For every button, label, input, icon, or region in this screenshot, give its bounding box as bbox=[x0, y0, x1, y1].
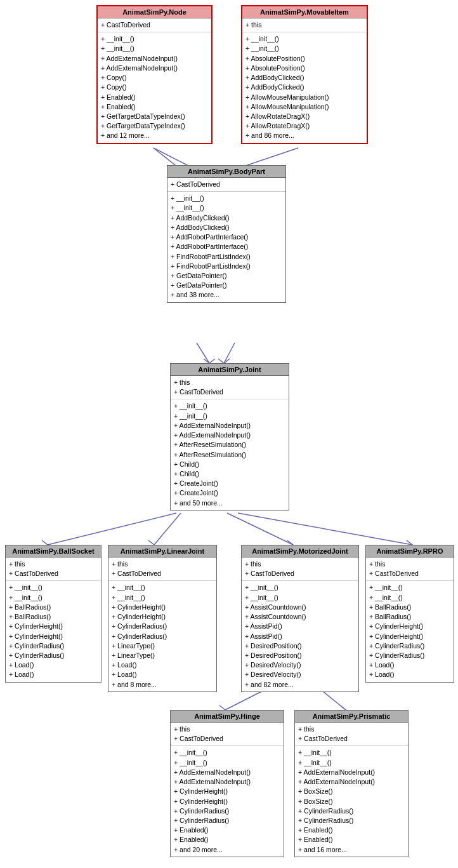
h-s2-9: + Enabled() bbox=[174, 835, 280, 845]
bodypart-title: AnimatSimPy.BodyPart bbox=[167, 166, 285, 178]
h-s2-8: + Enabled() bbox=[174, 825, 280, 835]
mj-s2-6: + DesiredPosition() bbox=[245, 641, 355, 651]
bp-s2-0: + __init__() bbox=[171, 194, 282, 203]
node-s2-10: + and 12 more... bbox=[101, 131, 208, 140]
j-s2-0: + __init__() bbox=[174, 401, 285, 411]
node-title: AnimatSimPy.Node bbox=[98, 6, 211, 18]
h-s1-0: + this bbox=[174, 724, 280, 734]
prismatic-section2: + __init__() + __init__() + AddExternalN… bbox=[295, 746, 408, 856]
rpro-section2: + __init__() + __init__() + BallRadius()… bbox=[366, 581, 454, 681]
h-s2-2: + AddExternalNodeInput() bbox=[174, 768, 280, 777]
rp-s2-0: + __init__() bbox=[369, 583, 450, 592]
node-s2-9: + GetTargetDataTypeIndex() bbox=[101, 121, 208, 131]
rp-s2-1: + __init__() bbox=[369, 593, 450, 603]
j-s2-2: + AddExternalNodeInput() bbox=[174, 421, 285, 431]
bs-s2-9: + Load() bbox=[9, 670, 98, 679]
j-s2-6: + Child() bbox=[174, 460, 285, 469]
linearjoint-section1: + this + CastToDerived bbox=[108, 558, 216, 581]
joint-box: AnimatSimPy.Joint + this + CastToDerived… bbox=[170, 363, 289, 511]
j-s2-3: + AddExternalNodeInput() bbox=[174, 431, 285, 440]
bodypart-section2: + __init__() + __init__() + AddBodyClick… bbox=[167, 192, 285, 302]
mj-s2-8: + DesiredVelocity() bbox=[245, 660, 355, 670]
joint-section2: + __init__() + __init__() + AddExternalN… bbox=[171, 399, 289, 509]
rpro-box: AnimatSimPy.RPRO + this + CastToDerived … bbox=[365, 545, 454, 683]
mj-s2-9: + DesiredVelocity() bbox=[245, 670, 355, 679]
rpro-section1: + this + CastToDerived bbox=[366, 558, 454, 581]
mi-s2-10: + and 86 more... bbox=[245, 131, 363, 140]
pr-s2-7: + CylinderRadius() bbox=[298, 816, 405, 825]
j-s1-1: + CastToDerived bbox=[174, 387, 285, 397]
pr-s1-1: + CastToDerived bbox=[298, 734, 405, 744]
node-s2-1: + __init__() bbox=[101, 44, 208, 53]
pr-s2-2: + AddExternalNodeInput() bbox=[298, 768, 405, 777]
mj-s2-5: + AssistPid() bbox=[245, 632, 355, 641]
mj-s2-7: + DesiredPosition() bbox=[245, 651, 355, 660]
motorizedjoint-section1: + this + CastToDerived bbox=[242, 558, 358, 581]
mi-s2-2: + AbsolutePosition() bbox=[245, 54, 363, 63]
prismatic-section1: + this + CastToDerived bbox=[295, 723, 408, 746]
node-s1-item0: + CastToDerived bbox=[101, 20, 208, 30]
lj-s2-3: + CylinderHeight() bbox=[112, 612, 213, 622]
h-s2-3: + AddExternalNodeInput() bbox=[174, 777, 280, 787]
lj-s2-8: + Load() bbox=[112, 660, 213, 670]
bs-s2-5: + CylinderHeight() bbox=[9, 632, 98, 641]
rp-s2-5: + CylinderHeight() bbox=[369, 632, 450, 641]
pr-s2-10: + and 16 more... bbox=[298, 845, 405, 855]
pr-s2-8: + Enabled() bbox=[298, 825, 405, 835]
bp-s2-7: + FindRobotPartListIndex() bbox=[171, 262, 282, 271]
joint-title: AnimatSimPy.Joint bbox=[171, 364, 289, 376]
bp-s2-9: + GetDataPointer() bbox=[171, 281, 282, 290]
mi-s2-1: + __init__() bbox=[245, 44, 363, 53]
movableitem-box: AnimatSimPy.MovableItem + this + __init_… bbox=[241, 5, 368, 144]
bp-s2-6: + FindRobotPartListIndex() bbox=[171, 252, 282, 262]
node-s2-7: + Enabled() bbox=[101, 102, 208, 112]
lj-s2-6: + LinearType() bbox=[112, 641, 213, 651]
lj-s1-1: + CastToDerived bbox=[112, 569, 213, 578]
hinge-section2: + __init__() + __init__() + AddExternalN… bbox=[171, 746, 284, 856]
motorizedjoint-section2: + __init__() + __init__() + AssistCountd… bbox=[242, 581, 358, 691]
h-s2-0: + __init__() bbox=[174, 748, 280, 758]
node-s2-3: + AddExternalNodeInput() bbox=[101, 63, 208, 73]
bs-s2-7: + CylinderRadius() bbox=[9, 651, 98, 660]
j-s2-4: + AfterResetSimulation() bbox=[174, 440, 285, 450]
lj-s2-2: + CylinderHeight() bbox=[112, 603, 213, 612]
lj-s2-7: + LinearType() bbox=[112, 651, 213, 660]
rp-s2-7: + CylinderRadius() bbox=[369, 651, 450, 660]
j-s2-10: + and 50 more... bbox=[174, 498, 285, 508]
j-s2-5: + AfterResetSimulation() bbox=[174, 450, 285, 460]
mi-s2-8: + AllowRotateDragX() bbox=[245, 112, 363, 121]
mj-s2-10: + and 82 more... bbox=[245, 680, 355, 690]
pr-s2-4: + BoxSize() bbox=[298, 787, 405, 796]
rp-s2-2: + BallRadius() bbox=[369, 603, 450, 612]
rp-s2-8: + Load() bbox=[369, 660, 450, 670]
h-s2-10: + and 20 more... bbox=[174, 845, 280, 855]
hinge-box: AnimatSimPy.Hinge + this + CastToDerived… bbox=[170, 710, 284, 857]
lj-s1-0: + this bbox=[112, 559, 213, 569]
bp-s1-0: + CastToDerived bbox=[171, 180, 282, 189]
j-s2-8: + CreateJoint() bbox=[174, 479, 285, 488]
pr-s2-6: + CylinderRadius() bbox=[298, 806, 405, 816]
lj-s2-0: + __init__() bbox=[112, 583, 213, 592]
movableitem-title: AnimatSimPy.MovableItem bbox=[242, 6, 367, 18]
node-s2-2: + AddExternalNodeInput() bbox=[101, 54, 208, 63]
j-s1-0: + this bbox=[174, 378, 285, 387]
bs-s1-1: + CastToDerived bbox=[9, 569, 98, 578]
mi-s2-0: + __init__() bbox=[245, 34, 363, 44]
uml-diagram: AnimatSimPy.Node + CastToDerived + __ini… bbox=[0, 0, 458, 868]
h-s2-6: + CylinderRadius() bbox=[174, 806, 280, 816]
bp-s2-5: + AddRobotPartInterface() bbox=[171, 242, 282, 251]
rp-s2-3: + BallRadius() bbox=[369, 612, 450, 622]
lj-s2-5: + CylinderRadius() bbox=[112, 632, 213, 641]
j-s2-9: + CreateJoint() bbox=[174, 488, 285, 498]
ballsocket-section2: + __init__() + __init__() + BallRadius()… bbox=[6, 581, 101, 681]
bs-s2-3: + BallRadius() bbox=[9, 612, 98, 622]
h-s1-1: + CastToDerived bbox=[174, 734, 280, 744]
lj-s2-10: + and 8 more... bbox=[112, 680, 213, 690]
ballsocket-section1: + this + CastToDerived bbox=[6, 558, 101, 581]
prismatic-box: AnimatSimPy.Prismatic + this + CastToDer… bbox=[294, 710, 409, 857]
bs-s1-0: + this bbox=[9, 559, 98, 569]
pr-s2-9: + Enabled() bbox=[298, 835, 405, 845]
node-s2-4: + Copy() bbox=[101, 73, 208, 83]
lj-s2-1: + __init__() bbox=[112, 593, 213, 603]
mj-s2-1: + __init__() bbox=[245, 593, 355, 603]
